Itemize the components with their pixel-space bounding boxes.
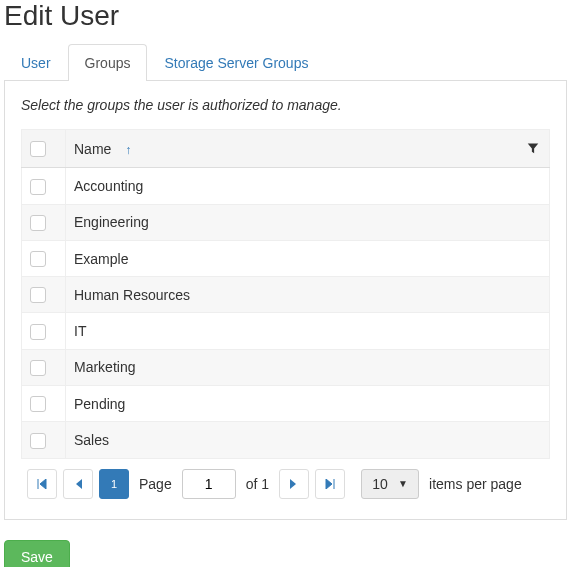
pager-page-input[interactable] [182, 469, 236, 499]
pager-next-button[interactable] [279, 469, 309, 499]
page-title: Edit User [4, 0, 567, 32]
pager: 1 Page of 1 10 ▼ items per page [21, 459, 550, 503]
table-row: Human Resources [22, 277, 550, 313]
table-row: Marketing [22, 349, 550, 385]
row-checkbox[interactable] [30, 287, 46, 303]
cell-name: Human Resources [66, 277, 550, 313]
cell-name: Sales [66, 422, 550, 458]
row-checkbox[interactable] [30, 396, 46, 412]
pager-page-size-select[interactable]: 10 ▼ [361, 469, 419, 499]
sort-asc-icon[interactable]: ↑ [125, 143, 131, 157]
table-row: Pending [22, 386, 550, 422]
table-row: Accounting [22, 168, 550, 204]
filter-icon[interactable] [527, 141, 539, 157]
pager-page-label: Page [139, 476, 172, 492]
groups-table: Name ↑ Accounting Engineering Example [21, 129, 550, 459]
pager-per-page-label: items per page [429, 476, 522, 492]
cell-name: IT [66, 313, 550, 349]
table-row: Example [22, 240, 550, 276]
first-icon [37, 479, 47, 489]
column-header-name[interactable]: Name ↑ [66, 130, 550, 168]
pager-of-label: of 1 [246, 476, 269, 492]
cell-name: Marketing [66, 349, 550, 385]
prev-icon [74, 479, 82, 489]
tab-groups[interactable]: Groups [68, 44, 148, 81]
table-row: Sales [22, 422, 550, 458]
table-row: IT [22, 313, 550, 349]
cell-name: Example [66, 240, 550, 276]
cell-name: Engineering [66, 204, 550, 240]
pager-page-1-button[interactable]: 1 [99, 469, 129, 499]
row-checkbox[interactable] [30, 360, 46, 376]
caret-down-icon: ▼ [398, 478, 408, 489]
cell-name: Accounting [66, 168, 550, 204]
pager-first-button[interactable] [27, 469, 57, 499]
tab-storage-server-groups[interactable]: Storage Server Groups [147, 44, 325, 81]
select-all-checkbox[interactable] [30, 141, 46, 157]
row-checkbox[interactable] [30, 433, 46, 449]
pager-last-button[interactable] [315, 469, 345, 499]
save-button[interactable]: Save [4, 540, 70, 567]
table-row: Engineering [22, 204, 550, 240]
column-header-name-label: Name [74, 141, 111, 157]
tab-panel: Select the groups the user is authorized… [4, 81, 567, 520]
column-header-select [22, 130, 66, 168]
row-checkbox[interactable] [30, 179, 46, 195]
instruction-text: Select the groups the user is authorized… [21, 97, 550, 113]
tabs: User Groups Storage Server Groups [4, 44, 567, 81]
row-checkbox[interactable] [30, 251, 46, 267]
row-checkbox[interactable] [30, 324, 46, 340]
pager-prev-button[interactable] [63, 469, 93, 499]
table-body: Accounting Engineering Example Human Res… [22, 168, 550, 458]
pager-page-size-value: 10 [372, 476, 388, 492]
cell-name: Pending [66, 386, 550, 422]
last-icon [325, 479, 335, 489]
next-icon [290, 479, 298, 489]
row-checkbox[interactable] [30, 215, 46, 231]
tab-user[interactable]: User [4, 44, 68, 81]
